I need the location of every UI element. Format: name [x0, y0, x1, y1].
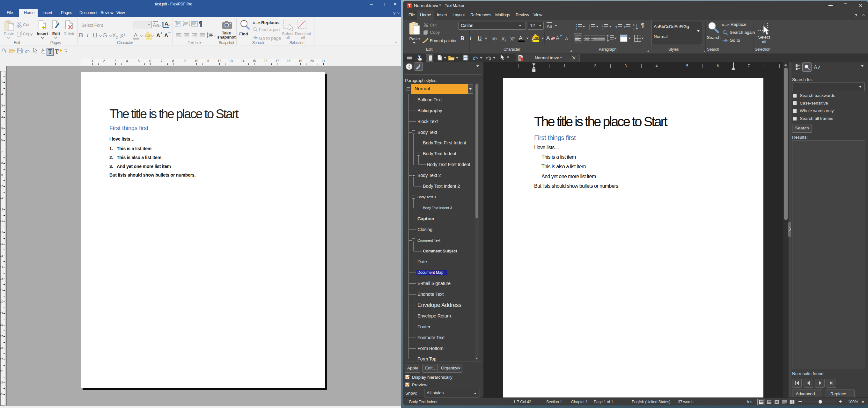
svg-text:A: A: [814, 65, 817, 70]
svg-text:A: A: [164, 21, 168, 27]
svg-text:1: 1: [589, 24, 590, 26]
svg-text:T: T: [521, 58, 523, 61]
svg-text:3: 3: [589, 28, 590, 30]
svg-text:1: 1: [601, 24, 603, 26]
svg-text:Z: Z: [633, 27, 634, 30]
svg-text:A: A: [633, 24, 634, 27]
svg-text:ab: ab: [535, 36, 538, 39]
svg-text:2: 2: [589, 26, 590, 28]
